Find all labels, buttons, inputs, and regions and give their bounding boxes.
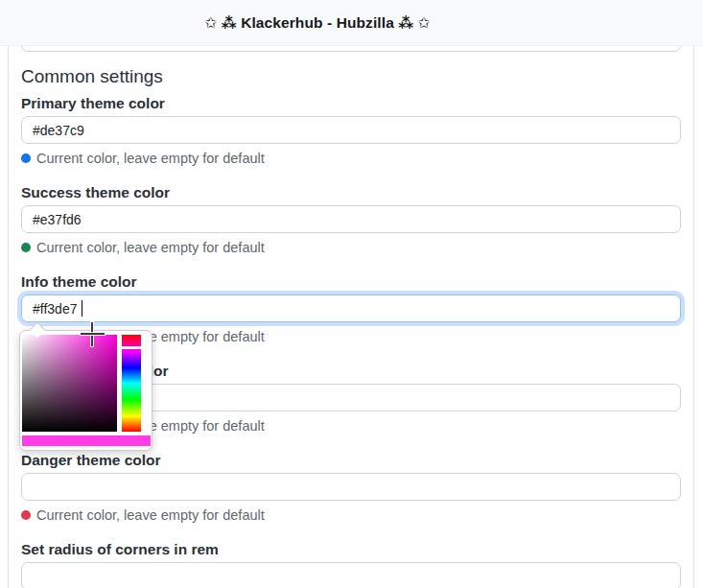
current-color-dot bbox=[21, 153, 31, 163]
page-title: Common settings bbox=[21, 66, 681, 87]
info-color-label: Info theme color bbox=[21, 274, 681, 290]
saturation-value-area[interactable] bbox=[22, 335, 117, 432]
hue-slider-indicator[interactable] bbox=[122, 346, 141, 349]
danger-color-input[interactable] bbox=[21, 473, 681, 501]
color-picker-popover bbox=[19, 330, 152, 451]
helper-text: Current color, leave empty for default bbox=[36, 151, 265, 166]
field-group-radius: Set radius of corners in rem bbox=[21, 542, 681, 588]
corner-radius-label: Set radius of corners in rem bbox=[21, 542, 681, 557]
helper-text: Current color, leave empty for default bbox=[36, 507, 265, 523]
success-helper: Current color, leave empty for default bbox=[21, 240, 681, 255]
field-group-primary: Primary theme color Current color, leave… bbox=[21, 96, 681, 166]
current-color-dot bbox=[21, 510, 31, 520]
danger-color-label: Danger theme color bbox=[21, 453, 681, 468]
corner-radius-input[interactable] bbox=[21, 562, 681, 588]
primary-color-input[interactable] bbox=[21, 116, 681, 144]
hue-slider[interactable] bbox=[122, 335, 141, 432]
info-color-input[interactable] bbox=[21, 294, 681, 322]
success-color-label: Success theme color bbox=[21, 185, 681, 200]
selected-color-preview bbox=[22, 435, 151, 446]
app-title: ✩ ⁂ Klackerhub - Hubzilla ⁂ ✩ bbox=[204, 14, 430, 32]
field-group-danger: Danger theme color Current color, leave … bbox=[21, 453, 681, 523]
success-color-input[interactable] bbox=[21, 205, 681, 233]
current-color-dot bbox=[21, 243, 31, 252]
primary-color-label: Primary theme color bbox=[21, 96, 681, 111]
field-group-success: Success theme color Current color, leave… bbox=[21, 185, 681, 255]
primary-helper: Current color, leave empty for default bbox=[21, 151, 681, 166]
helper-text: Current color, leave empty for default bbox=[36, 240, 265, 255]
app-header: ✩ ⁂ Klackerhub - Hubzilla ⁂ ✩ bbox=[0, 0, 703, 46]
text-caret bbox=[82, 300, 82, 317]
danger-helper: Current color, leave empty for default bbox=[21, 507, 681, 523]
settings-panel: Common settings Primary theme color Curr… bbox=[8, 46, 694, 588]
